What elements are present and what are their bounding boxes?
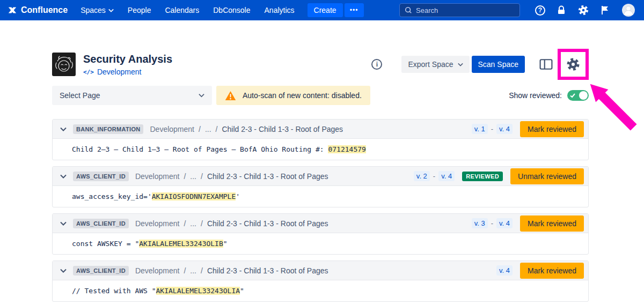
finding-card: AWS_CLIENT_ID Development / ... / Child … xyxy=(52,166,589,207)
confluence-logo-icon xyxy=(8,5,17,15)
breadcrumb-ellipsis[interactable]: ... xyxy=(205,125,211,133)
version-from-link[interactable]: v. 2 xyxy=(414,171,430,181)
mark-reviewed-button[interactable]: Unmark reviewed xyxy=(510,168,584,184)
version-dash: - xyxy=(433,172,435,180)
select-page-dropdown[interactable]: Select Page xyxy=(52,86,212,105)
finding-code-snippet: const AWSKEY = "AKIALALEMEL33243OLIB" xyxy=(53,233,588,254)
code-text: // Tested with AWS " xyxy=(72,287,156,295)
breadcrumb-separator: / xyxy=(216,125,218,133)
nav-icon-group: ? xyxy=(535,3,635,17)
code-text: ' xyxy=(236,192,240,200)
version-from-link[interactable]: v. 3 xyxy=(472,218,488,228)
nav-item-calendars[interactable]: Calendars xyxy=(165,6,199,14)
toggle-knob xyxy=(579,91,588,100)
breadcrumb-page[interactable]: Child 2-3 - Child 1-3 - Root of Pages xyxy=(207,172,328,181)
mark-reviewed-button[interactable]: Mark reviewed xyxy=(520,263,584,279)
breadcrumb: Development / ... / Child 2-3 - Child 1-… xyxy=(135,266,328,275)
code-icon: </> xyxy=(83,69,94,76)
more-button[interactable]: ••• xyxy=(345,3,364,17)
nav-item-people[interactable]: People xyxy=(128,6,151,14)
warning-text: Auto-scan of new content: disabled. xyxy=(243,91,362,100)
collapse-chevron-icon[interactable] xyxy=(60,127,67,131)
breadcrumb-page[interactable]: Child 2-3 - Child 1-3 - Root of Pages xyxy=(207,219,328,228)
breadcrumb-separator: / xyxy=(184,266,186,275)
warning-icon xyxy=(225,91,236,101)
toolbar: Select Page Auto-scan of new content: di… xyxy=(52,86,589,105)
search-icon xyxy=(405,6,412,14)
code-text: const AWSKEY = " xyxy=(72,240,139,248)
nav-item-spaces[interactable]: Spaces xyxy=(80,6,114,14)
finding-code-snippet: Child 2–3 – Child 1–3 – Root of Pages – … xyxy=(53,139,588,160)
confluence-home-link[interactable]: Confluence xyxy=(8,5,68,15)
finding-type-badge: AWS_CLIENT_ID xyxy=(73,172,129,181)
version-to-link[interactable]: v. 4 xyxy=(496,218,513,228)
sidebar-toggle-icon[interactable] xyxy=(539,58,553,71)
space-settings-gear-icon[interactable] xyxy=(566,57,581,72)
info-icon[interactable]: i xyxy=(371,59,382,70)
version-dash: - xyxy=(491,219,493,227)
search-box[interactable] xyxy=(399,3,520,17)
help-icon[interactable]: ? xyxy=(535,5,545,16)
finding-header: AWS_CLIENT_ID Development / ... / Child … xyxy=(53,261,588,280)
secret-highlight: AKIALALEMEL33243OLIB xyxy=(139,240,223,248)
scan-space-button[interactable]: Scan Space xyxy=(472,56,525,73)
breadcrumb-space[interactable]: Development xyxy=(135,266,180,275)
top-nav: Confluence Spaces People Calendars DbCon… xyxy=(0,0,644,20)
annotation-highlight-box xyxy=(558,49,589,80)
collapse-chevron-icon[interactable] xyxy=(60,174,67,178)
version-to-link[interactable]: v. 4 xyxy=(496,124,513,134)
show-reviewed-toggle[interactable] xyxy=(567,90,589,101)
nav-item-analytics[interactable]: Analytics xyxy=(265,6,295,14)
finding-type-badge: AWS_CLIENT_ID xyxy=(73,219,129,228)
reviewed-badge: REVIEWED xyxy=(462,172,503,181)
flag-icon[interactable] xyxy=(600,5,611,16)
mark-reviewed-button[interactable]: Mark reviewed xyxy=(520,121,584,137)
export-space-button[interactable]: Export Space xyxy=(401,56,469,73)
breadcrumb-ellipsis[interactable]: ... xyxy=(190,219,196,228)
nav-item-dbconsole[interactable]: DbConsole xyxy=(213,6,250,14)
show-reviewed-control: Show reviewed: xyxy=(509,90,589,101)
version-dash: - xyxy=(491,125,493,133)
secret-highlight: AKIAIOSFODNN7EXAMPLE xyxy=(152,192,236,200)
finding-type-badge: AWS_CLIENT_ID xyxy=(73,266,129,276)
chevron-down-icon xyxy=(199,93,204,98)
breadcrumb-page[interactable]: Child 2-3 - Child 1-3 - Root of Pages xyxy=(207,266,328,275)
brand-name: Confluence xyxy=(21,5,68,15)
create-button[interactable]: Create xyxy=(308,3,343,17)
breadcrumb: Development / ... / Child 2-3 - Child 1-… xyxy=(135,219,328,228)
show-reviewed-label: Show reviewed: xyxy=(509,91,562,100)
breadcrumb-ellipsis[interactable]: ... xyxy=(190,172,196,181)
settings-gear-icon[interactable] xyxy=(577,4,589,16)
breadcrumb-space[interactable]: Development xyxy=(135,219,180,228)
breadcrumb-separator: / xyxy=(201,266,203,275)
autoscan-warning-banner: Auto-scan of new content: disabled. xyxy=(216,86,370,105)
breadcrumb-separator: / xyxy=(184,172,186,181)
finding-card: AWS_CLIENT_ID Development / ... / Child … xyxy=(52,213,589,255)
user-avatar[interactable] xyxy=(621,3,635,17)
breadcrumb-space[interactable]: Development xyxy=(135,172,180,181)
space-titles: Security Analysis </> Development xyxy=(83,53,172,76)
finding-code-snippet: // Tested with AWS "AKIALALEMEL33243OLIA… xyxy=(53,280,588,301)
breadcrumb-page[interactable]: Child 2-3 - Child 1-3 - Root of Pages xyxy=(222,125,343,133)
check-icon xyxy=(570,93,575,98)
code-text: Child 2–3 – Child 1–3 – Root of Pages – … xyxy=(72,145,328,153)
breadcrumb-space[interactable]: Development xyxy=(150,125,194,133)
search-input[interactable] xyxy=(416,6,515,14)
collapse-chevron-icon[interactable] xyxy=(60,269,67,273)
space-avatar[interactable] xyxy=(52,53,76,76)
version-from-link[interactable]: v. 1 xyxy=(472,124,488,134)
collapse-chevron-icon[interactable] xyxy=(60,221,67,226)
secret-highlight: AKIALALEMEL33243OLIA xyxy=(156,287,240,295)
lock-icon[interactable] xyxy=(556,5,567,16)
main-content: Security Analysis </> Development i Expo… xyxy=(0,20,644,302)
space-link[interactable]: Development xyxy=(97,68,142,76)
nav-menu: Spaces People Calendars DbConsole Analyt… xyxy=(80,6,294,14)
version-to-link[interactable]: v. 4 xyxy=(438,171,455,181)
mark-reviewed-button[interactable]: Mark reviewed xyxy=(520,215,584,232)
findings-list: BANK_INFORMATION Development / ... / Chi… xyxy=(52,119,589,302)
version-to-link[interactable]: v. 4 xyxy=(496,265,513,276)
space-avatar-image xyxy=(52,53,76,76)
chevron-down-icon xyxy=(108,9,114,12)
breadcrumb-separator: / xyxy=(201,219,203,228)
breadcrumb-ellipsis[interactable]: ... xyxy=(190,266,196,275)
